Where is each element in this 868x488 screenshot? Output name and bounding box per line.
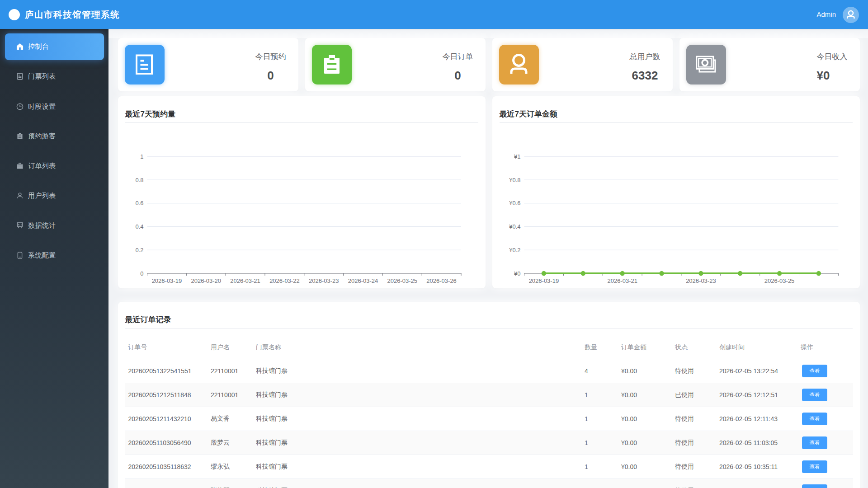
svg-text:2026-03-21: 2026-03-21: [230, 277, 260, 284]
svg-text:1: 1: [140, 153, 143, 160]
svg-text:2026-03-19: 2026-03-19: [528, 277, 559, 284]
svg-text:2026-03-25: 2026-03-25: [764, 277, 794, 284]
svg-text:0.6: 0.6: [135, 200, 143, 206]
svg-text:0: 0: [140, 270, 143, 277]
svg-text:2026-03-22: 2026-03-22: [269, 277, 300, 284]
svg-text:2026-03-19: 2026-03-19: [151, 277, 182, 284]
svg-text:2026-03-25: 2026-03-25: [387, 277, 417, 284]
svg-text:2026-03-23: 2026-03-23: [686, 277, 716, 284]
svg-text:0.2: 0.2: [135, 247, 143, 253]
svg-text:2026-03-23: 2026-03-23: [308, 277, 339, 284]
svg-text:0.8: 0.8: [135, 177, 143, 183]
svg-text:¥0.8: ¥0.8: [509, 177, 520, 183]
svg-text:2026-03-21: 2026-03-21: [607, 277, 637, 284]
svg-text:2026-03-24: 2026-03-24: [348, 277, 378, 284]
svg-text:2026-03-26: 2026-03-26: [426, 277, 457, 284]
svg-text:0.4: 0.4: [135, 223, 143, 230]
svg-text:¥1: ¥1: [514, 153, 520, 160]
svg-text:¥0.2: ¥0.2: [509, 247, 520, 253]
svg-text:¥0: ¥0: [514, 270, 520, 277]
svg-text:2026-03-20: 2026-03-20: [191, 277, 221, 284]
svg-text:¥0.4: ¥0.4: [509, 223, 520, 230]
svg-text:¥0.6: ¥0.6: [509, 200, 520, 206]
